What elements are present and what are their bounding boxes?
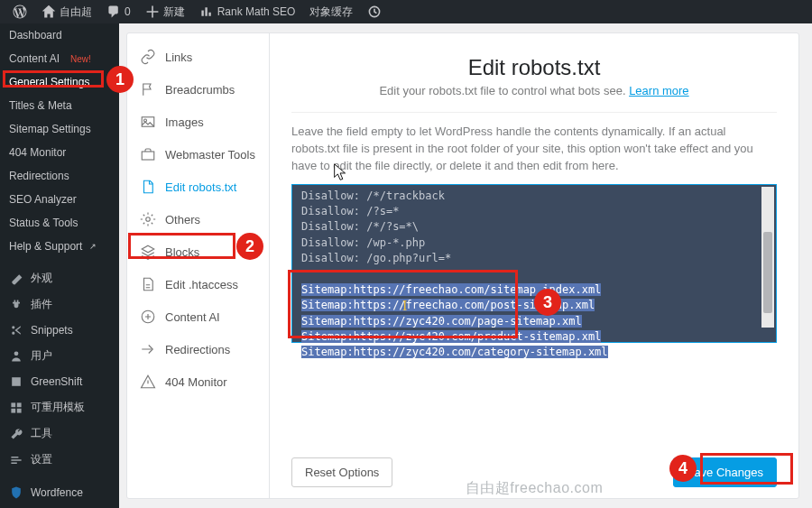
- shield-icon: [9, 485, 23, 500]
- editor-scrollbar[interactable]: [761, 187, 774, 328]
- tab-others[interactable]: Others: [127, 203, 269, 236]
- page-subtitle: Edit your robots.txt file to control wha…: [291, 84, 777, 97]
- user-icon: [9, 349, 23, 364]
- rankmath-bar[interactable]: Rank Math SEO: [192, 0, 303, 23]
- svg-rect-9: [142, 152, 154, 160]
- reset-button[interactable]: Reset Options: [291, 457, 392, 487]
- menu-reusable[interactable]: 可重用模板: [0, 394, 119, 420]
- link-icon: [140, 49, 156, 65]
- ai-icon: [140, 309, 156, 325]
- wp-admin-menu: Dashboard Content AINew! General Setting…: [0, 23, 119, 508]
- rm-sub-help[interactable]: Help & Support ↗: [0, 235, 119, 258]
- robots-editor[interactable]: Disallow: /*/trackback Disallow: /?s=* D…: [291, 184, 777, 343]
- rm-sub-sitemap[interactable]: Sitemap Settings: [0, 117, 119, 141]
- tab-images[interactable]: Images: [127, 106, 269, 138]
- rm-sub-general-settings[interactable]: General Settings: [0, 70, 119, 94]
- rm-sub-dashboard[interactable]: Dashboard: [0, 23, 119, 47]
- rm-sub-titles-meta[interactable]: Titles & Meta: [0, 94, 119, 117]
- svg-rect-1: [12, 377, 21, 386]
- comment-count: 0: [125, 5, 131, 18]
- settings-panel: Links Breadcrumbs Images Webmaster Tools…: [126, 32, 799, 499]
- external-icon: ↗: [89, 242, 97, 251]
- comments-link[interactable]: 0: [99, 0, 138, 23]
- rm-sub-404[interactable]: 404 Monitor: [0, 141, 119, 164]
- layers-icon: [140, 244, 156, 260]
- callout-1: 1: [106, 66, 134, 93]
- tab-redirections[interactable]: Redirections: [127, 333, 269, 365]
- svg-rect-5: [17, 408, 22, 412]
- rm-sub-analyzer[interactable]: SEO Analyzer: [0, 188, 119, 211]
- grid-icon: [9, 401, 23, 415]
- site-name: 自由超: [60, 5, 92, 20]
- warning-icon: [140, 374, 156, 390]
- svg-rect-2: [11, 402, 15, 407]
- rm-sub-content-ai[interactable]: Content AINew!: [0, 47, 119, 70]
- menu-settings[interactable]: 设置: [0, 447, 119, 473]
- plug-icon: [9, 298, 23, 312]
- field-description: Leave the field empty to let WordPress h…: [291, 124, 777, 175]
- tab-htaccess[interactable]: Edit .htaccess: [127, 268, 269, 300]
- menu-plugins[interactable]: 插件: [0, 291, 119, 318]
- object-cache[interactable]: 对象缓存: [302, 0, 360, 23]
- pointer-cursor: [331, 162, 351, 185]
- file2-icon: [140, 276, 156, 292]
- briefcase-icon: [140, 146, 156, 162]
- tab-404[interactable]: 404 Monitor: [127, 365, 269, 398]
- wp-admin-bar: 自由超 0 新建 Rank Math SEO 对象缓存: [0, 0, 812, 23]
- menu-snippets[interactable]: Snippets: [0, 318, 119, 343]
- svg-rect-4: [11, 408, 15, 412]
- wp-logo[interactable]: [5, 0, 34, 23]
- flag-icon: [140, 81, 156, 97]
- new-content[interactable]: 新建: [138, 0, 192, 23]
- wrench-icon: [9, 427, 23, 441]
- box-icon: [9, 374, 23, 389]
- menu-appearance[interactable]: 外观: [0, 265, 119, 291]
- menu-wordfence[interactable]: Wordfence: [0, 480, 119, 505]
- callout-3: 3: [534, 289, 561, 316]
- rm-sub-redir[interactable]: Redirections: [0, 164, 119, 188]
- brush-icon: [9, 272, 23, 286]
- svg-rect-3: [17, 402, 22, 407]
- scissors-icon: [9, 323, 23, 337]
- gear-icon: [140, 211, 156, 227]
- sliders-icon: [9, 453, 23, 467]
- tab-robots[interactable]: Edit robots.txt: [127, 171, 269, 203]
- settings-tabs: Links Breadcrumbs Images Webmaster Tools…: [127, 33, 270, 498]
- image-icon: [140, 114, 156, 130]
- file-icon: [140, 179, 156, 195]
- callout-4: 4: [669, 455, 697, 482]
- callout-2: 2: [236, 233, 263, 260]
- learn-more-link[interactable]: Learn more: [629, 84, 688, 97]
- tab-breadcrumbs[interactable]: Breadcrumbs: [127, 73, 269, 106]
- divider: [291, 112, 777, 113]
- site-home-link[interactable]: 自由超: [34, 0, 99, 23]
- redirect-icon: [140, 341, 156, 357]
- content-area: Links Breadcrumbs Images Webmaster Tools…: [119, 23, 812, 508]
- page-title: Edit robots.txt: [291, 55, 777, 80]
- menu-greenshift[interactable]: GreenShift: [0, 369, 119, 394]
- svg-point-10: [146, 217, 151, 222]
- watermark: 自由超freechao.com: [466, 479, 603, 498]
- tab-contentai[interactable]: Content AI: [127, 300, 269, 333]
- main-panel: Edit robots.txt Edit your robots.txt fil…: [270, 33, 798, 498]
- text-cursor: I: [402, 298, 407, 314]
- tab-links[interactable]: Links: [127, 41, 269, 73]
- cache-icon[interactable]: [360, 0, 389, 23]
- tab-webmaster[interactable]: Webmaster Tools: [127, 138, 269, 171]
- menu-tools[interactable]: 工具: [0, 420, 119, 447]
- rm-sub-status[interactable]: Status & Tools: [0, 211, 119, 235]
- menu-users[interactable]: 用户: [0, 343, 119, 369]
- new-badge: New!: [70, 54, 91, 64]
